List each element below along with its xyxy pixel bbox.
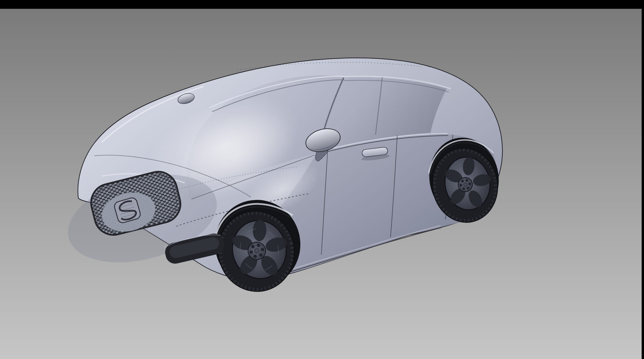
app-window	[0, 0, 644, 359]
letterbox-right-bar	[642, 0, 644, 359]
letterbox-top-bar	[0, 0, 644, 9]
viewport-3d[interactable]	[0, 0, 644, 359]
